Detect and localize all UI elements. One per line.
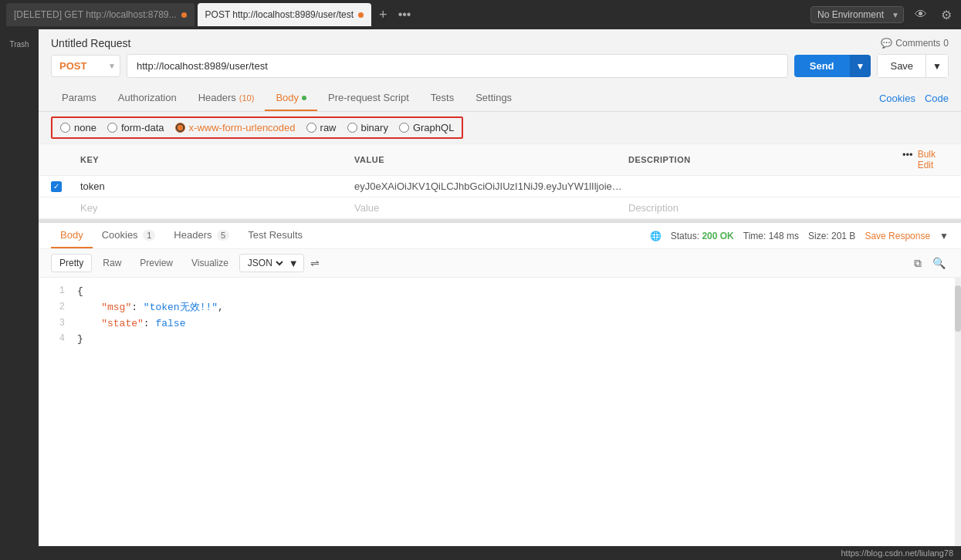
request-section: Untitled Request 💬 Comments 0 POST GET P… xyxy=(39,29,961,219)
response-stats: 🌐 Status: 200 OK Time: 148 ms Size: 201 … xyxy=(650,231,949,241)
save-response-button[interactable]: Save Response xyxy=(865,231,930,241)
resp-headers-badge: 5 xyxy=(217,230,229,241)
cookies-link[interactable]: Cookies xyxy=(879,93,915,104)
radio-urlencoded[interactable] xyxy=(175,123,185,133)
fmt-pretty[interactable]: Pretty xyxy=(51,254,92,272)
empty-key[interactable]: Key xyxy=(80,202,348,214)
row-value[interactable]: eyJ0eXAiOiJKV1QiLCJhbGciOiJIUzI1NiJ9.eyJ… xyxy=(354,180,622,192)
option-binary[interactable]: binary xyxy=(347,122,388,133)
empty-value[interactable]: Value xyxy=(354,202,622,214)
table-header-row: KEY VALUE DESCRIPTION ••• Bulk Edit xyxy=(39,144,961,176)
save-button[interactable]: Save xyxy=(877,54,926,78)
empty-description[interactable]: Description xyxy=(628,202,896,214)
copy-icon[interactable]: ⧉ xyxy=(911,255,925,272)
request-title-bar: Untitled Request 💬 Comments 0 xyxy=(39,29,961,54)
radio-binary[interactable] xyxy=(347,123,357,133)
size-value: 201 B xyxy=(831,231,855,241)
checkbox-checked[interactable] xyxy=(51,181,62,192)
top-bar-right: No Environment ▼ 👁 ⚙ xyxy=(810,6,955,24)
fmt-preview[interactable]: Preview xyxy=(132,255,181,272)
tab-tests[interactable]: Tests xyxy=(420,86,465,111)
code-line-2: 2 "msg": "token无效!!", xyxy=(39,300,961,316)
tab-headers[interactable]: Headers (10) xyxy=(188,86,266,111)
time-label: Time: 148 ms xyxy=(743,231,799,241)
more-icon[interactable]: ••• xyxy=(902,149,913,170)
radio-raw[interactable] xyxy=(306,123,316,133)
col-key-header: KEY xyxy=(80,155,348,164)
option-form-data[interactable]: form-data xyxy=(107,122,164,133)
body-options-box: none form-data x-www-form-urlencoded raw… xyxy=(51,116,463,139)
code-line-3: 3 "state": false xyxy=(39,316,961,332)
bottom-bar: https://blog.csdn.net/liulang78 xyxy=(39,546,961,560)
resp-tab-cookies[interactable]: Cookies 1 xyxy=(93,223,165,248)
new-tab-button[interactable]: + xyxy=(374,7,392,23)
radio-form-data[interactable] xyxy=(107,123,117,133)
tab-settings[interactable]: Settings xyxy=(465,86,523,111)
deleted-tab[interactable]: [DELETED] GET http://localhost:8789... xyxy=(6,3,195,26)
main-area: Untitled Request 💬 Comments 0 POST GET P… xyxy=(39,29,961,560)
row-checkbox[interactable] xyxy=(51,181,74,192)
resp-tab-headers[interactable]: Headers 5 xyxy=(164,223,239,248)
url-bar: POST GET PUT DELETE ▼ Send ▼ Save ▼ xyxy=(39,54,961,86)
option-urlencoded[interactable]: x-www-form-urlencoded xyxy=(175,122,296,133)
send-dropdown-arrow[interactable]: ▼ xyxy=(850,55,871,77)
fmt-raw[interactable]: Raw xyxy=(95,255,129,272)
active-tab-dot xyxy=(358,12,364,18)
environment-select[interactable]: No Environment xyxy=(810,6,904,23)
line-num-3: 3 xyxy=(39,316,77,331)
resp-tab-testresults[interactable]: Test Results xyxy=(239,223,312,248)
scrollbar-vertical[interactable] xyxy=(955,278,961,546)
col-actions-header: ••• Bulk Edit xyxy=(902,149,949,170)
search-icon[interactable]: 🔍 xyxy=(929,255,949,272)
headers-badge: (10) xyxy=(239,93,255,103)
option-raw[interactable]: raw xyxy=(306,122,337,133)
response-code-area: 1 { 2 "msg": "token无效!!", 3 "state": fal… xyxy=(39,278,961,546)
tab-params[interactable]: Params xyxy=(51,86,107,111)
comments-icon: 💬 xyxy=(881,38,892,49)
format-chevron-icon: ▼ xyxy=(289,258,299,269)
line-num-1: 1 xyxy=(39,284,77,299)
comments-count: 0 xyxy=(943,38,949,49)
size-label: Size: 201 B xyxy=(808,231,855,241)
eye-icon[interactable]: 👁 xyxy=(912,6,930,23)
method-select[interactable]: POST GET PUT DELETE xyxy=(51,55,120,77)
bulk-edit-button[interactable]: Bulk Edit xyxy=(918,149,949,170)
active-tab[interactable]: POST http://localhost:8989/user/test xyxy=(198,3,372,26)
cookies-badge: 1 xyxy=(143,230,155,241)
body-options-container: none form-data x-www-form-urlencoded raw… xyxy=(39,112,961,143)
format-type-selector[interactable]: JSON XML HTML Text ▼ xyxy=(239,254,304,272)
sidebar-strip: Trash xyxy=(0,29,39,560)
settings-icon[interactable]: ⚙ xyxy=(938,6,955,24)
format-toolbar: Pretty Raw Preview Visualize JSON XML HT… xyxy=(39,249,961,278)
body-dot xyxy=(302,96,306,100)
save-response-arrow[interactable]: ▼ xyxy=(939,231,949,241)
send-button[interactable]: Send xyxy=(794,55,850,77)
wrap-icon[interactable]: ⇌ xyxy=(307,255,323,272)
option-none[interactable]: none xyxy=(60,122,96,133)
sidebar-item-trash[interactable]: Trash xyxy=(8,37,30,52)
environment-selector[interactable]: No Environment ▼ xyxy=(810,6,904,23)
format-type-select[interactable]: JSON XML HTML Text xyxy=(245,257,286,269)
url-input[interactable] xyxy=(127,54,788,78)
params-table: KEY VALUE DESCRIPTION ••• Bulk Edit toke… xyxy=(39,143,961,219)
save-dropdown-arrow[interactable]: ▼ xyxy=(926,54,949,78)
tab-authorization[interactable]: Authorization xyxy=(107,86,188,111)
resp-tab-body[interactable]: Body xyxy=(51,223,93,248)
method-selector[interactable]: POST GET PUT DELETE ▼ xyxy=(51,55,120,77)
tab-prerequest[interactable]: Pre-request Script xyxy=(317,86,420,111)
scrollbar-thumb xyxy=(955,285,961,332)
comments-button[interactable]: 💬 Comments 0 xyxy=(881,38,949,49)
option-graphql[interactable]: GraphQL xyxy=(399,122,454,133)
line-num-2: 2 xyxy=(39,300,77,315)
more-tabs-button[interactable]: ••• xyxy=(395,8,415,22)
request-tabs-left: Params Authorization Headers (10) Body P… xyxy=(51,86,523,111)
code-line-4: 4 } xyxy=(39,332,961,348)
radio-none[interactable] xyxy=(60,123,70,133)
fmt-visualize[interactable]: Visualize xyxy=(184,255,236,272)
radio-graphql[interactable] xyxy=(399,123,409,133)
watermark-text: https://blog.csdn.net/liulang78 xyxy=(841,548,953,558)
code-line-1: 1 { xyxy=(39,284,961,300)
row-key[interactable]: token xyxy=(80,180,348,192)
tab-body[interactable]: Body xyxy=(265,86,317,111)
code-link[interactable]: Code xyxy=(925,93,949,104)
